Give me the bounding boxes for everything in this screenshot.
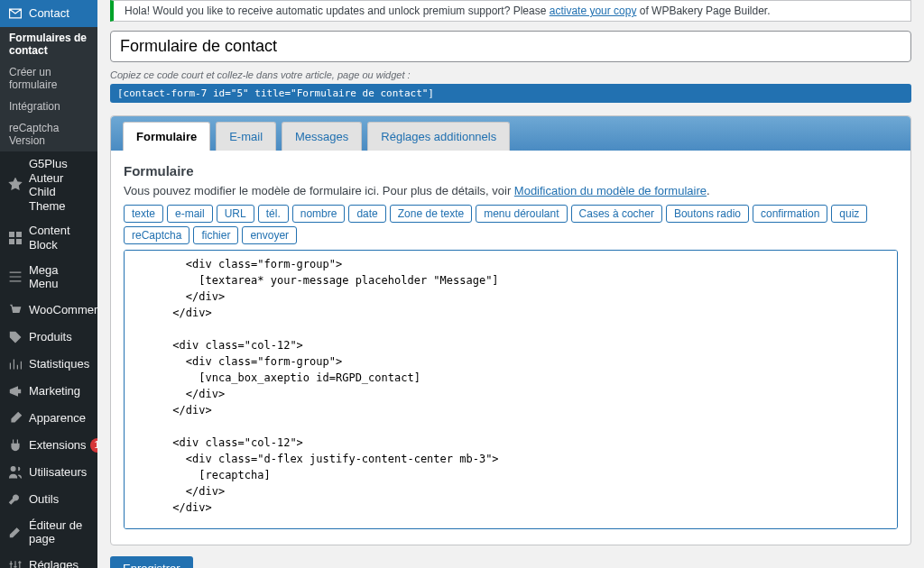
tab-formulaire[interactable]: Formulaire bbox=[123, 122, 210, 151]
sidebar-item-label: Réglages bbox=[29, 558, 79, 568]
submenu-recaptcha[interactable]: reCaptcha Version bbox=[0, 117, 97, 151]
sidebar-item-marketing[interactable]: Marketing bbox=[0, 378, 97, 405]
tag-url[interactable]: URL bbox=[217, 205, 254, 223]
sidebar-item-woocommerce[interactable]: WooCommerce bbox=[0, 297, 97, 324]
tag-t-l-[interactable]: tél. bbox=[258, 205, 289, 223]
sidebar-item-contact[interactable]: Contact bbox=[0, 0, 97, 27]
panel-heading: Formulaire bbox=[124, 163, 898, 179]
tabs-bar: FormulaireE-mailMessagesRéglages additio… bbox=[111, 116, 910, 151]
star-icon bbox=[7, 177, 23, 193]
main-content: Hola! Would you like to receive automati… bbox=[97, 0, 924, 568]
sidebar-item-content-block[interactable]: Content Block bbox=[0, 218, 97, 257]
wrench-icon bbox=[7, 491, 23, 508]
sidebar-item-extensions[interactable]: Extensions16 bbox=[0, 432, 97, 459]
submenu-forms[interactable]: Formulaires de contact bbox=[0, 27, 97, 61]
sidebar-item-label: Produits bbox=[29, 330, 72, 344]
sidebar-item-label: Statistiques bbox=[29, 357, 89, 371]
tag-buttons-row: textee-mailURLtél.nombredateZone de text… bbox=[124, 205, 898, 244]
sidebar-item-utilisateurs[interactable]: Utilisateurs bbox=[0, 459, 97, 486]
edit-icon bbox=[7, 524, 23, 540]
sidebar-item-label: Apparence bbox=[29, 411, 86, 426]
sidebar-item-label: Contact bbox=[29, 6, 69, 21]
sidebar-item-diteur-de-page[interactable]: Éditeur de page bbox=[0, 513, 97, 552]
tag-confirmation[interactable]: confirmation bbox=[753, 205, 827, 223]
shortcode-description: Copiez ce code court et collez-le dans v… bbox=[110, 69, 911, 80]
envelope-icon bbox=[7, 5, 23, 22]
form-panel: FormulaireE-mailMessagesRéglages additio… bbox=[110, 115, 911, 545]
sliders-icon bbox=[7, 557, 23, 568]
tag-boutons-radio[interactable]: Boutons radio bbox=[666, 205, 749, 223]
panel-body: Formulaire Vous pouvez modifier le modèl… bbox=[111, 151, 910, 545]
grid-icon bbox=[7, 230, 23, 246]
notice-text-prefix: Hola! Would you like to receive automati… bbox=[125, 5, 550, 17]
tag-date[interactable]: date bbox=[348, 205, 385, 223]
panel-doc-link[interactable]: Modification du modèle de formulaire bbox=[514, 184, 707, 197]
sidebar-item-g5plus-auteur-child-theme[interactable]: G5Plus Auteur Child Theme bbox=[0, 151, 97, 218]
submenu-create[interactable]: Créer un formulaire bbox=[0, 61, 97, 96]
users-icon bbox=[7, 464, 23, 481]
menu-icon bbox=[7, 269, 23, 285]
activation-notice: Hola! Would you like to receive automati… bbox=[110, 0, 911, 22]
save-button[interactable]: Enregistrer bbox=[110, 556, 193, 568]
sidebar-item-label: Outils bbox=[29, 492, 59, 507]
sidebar-item-apparence[interactable]: Apparence bbox=[0, 405, 97, 432]
sidebar-item-label: Mega Menu bbox=[29, 263, 90, 291]
notice-activate-link[interactable]: activate your copy bbox=[550, 5, 637, 17]
tag-quiz[interactable]: quiz bbox=[831, 205, 867, 223]
tab-messages[interactable]: Messages bbox=[282, 122, 362, 151]
sidebar-item-label: Extensions bbox=[29, 438, 87, 453]
sidebar-item-outils[interactable]: Outils bbox=[0, 486, 97, 513]
notice-text-suffix: of WPBakery Page Builder. bbox=[640, 5, 771, 17]
form-code-editor[interactable] bbox=[124, 250, 898, 529]
sidebar-item-mega-menu[interactable]: Mega Menu bbox=[0, 258, 97, 297]
plug-icon bbox=[7, 437, 23, 453]
sidebar-item-statistiques[interactable]: Statistiques bbox=[0, 351, 97, 378]
tag-nombre[interactable]: nombre bbox=[292, 205, 346, 223]
sidebar-item-label: WooCommerce bbox=[29, 303, 97, 317]
sidebar-item-label: Utilisateurs bbox=[29, 465, 87, 480]
megaphone-icon bbox=[7, 383, 23, 399]
shortcode-box[interactable]: [contact-form-7 id="5" title="Formulaire… bbox=[110, 84, 911, 103]
sidebar-item-label: Marketing bbox=[29, 384, 80, 399]
update-badge: 16 bbox=[90, 438, 97, 453]
tag-envoyer[interactable]: envoyer bbox=[242, 226, 297, 244]
form-title-input[interactable] bbox=[110, 31, 911, 62]
sidebar-item-produits[interactable]: Produits bbox=[0, 324, 97, 351]
admin-sidebar: Contact Formulaires de contact Créer un … bbox=[0, 0, 97, 568]
panel-description: Vous pouvez modifier le modèle de formul… bbox=[124, 184, 898, 197]
tag-recaptcha[interactable]: reCaptcha bbox=[124, 226, 189, 244]
brush-icon bbox=[7, 410, 23, 426]
submenu-integration[interactable]: Intégration bbox=[0, 96, 97, 117]
tag-fichier[interactable]: fichier bbox=[193, 226, 238, 244]
sidebar-item-label: Content Block bbox=[29, 224, 90, 252]
sidebar-submenu: Formulaires de contact Créer un formulai… bbox=[0, 27, 97, 151]
tag-zone-de-texte[interactable]: Zone de texte bbox=[390, 205, 472, 223]
sidebar-item-label: G5Plus Auteur Child Theme bbox=[29, 157, 90, 213]
cart-icon bbox=[7, 302, 23, 318]
stats-icon bbox=[7, 356, 23, 372]
tag-texte[interactable]: texte bbox=[124, 205, 163, 223]
tag-e-mail[interactable]: e-mail bbox=[167, 205, 213, 223]
tag-cases-cocher[interactable]: Cases à cocher bbox=[571, 205, 662, 223]
tab-e-mail[interactable]: E-mail bbox=[216, 122, 276, 151]
tab-r-glages-additionnels[interactable]: Réglages additionnels bbox=[367, 122, 510, 151]
sidebar-item-label: Éditeur de page bbox=[29, 518, 90, 546]
tag-icon bbox=[7, 329, 23, 345]
tag-menu-d-roulant[interactable]: menu déroulant bbox=[476, 205, 567, 223]
sidebar-item-r-glages[interactable]: Réglages bbox=[0, 552, 97, 568]
